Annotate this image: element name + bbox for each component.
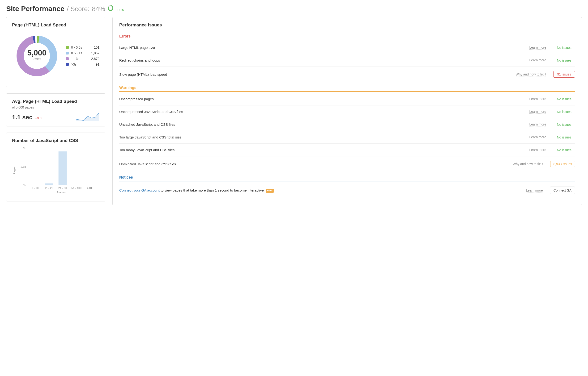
legend-swatch <box>66 63 69 66</box>
connect-ga-button[interactable]: Connect GA <box>550 187 575 194</box>
jscss-card: Number of JavaScript and CSS 0k2.5k5k 0 … <box>6 133 105 201</box>
issues-title: Performance Issues <box>119 22 575 28</box>
donut-center-label: pages <box>33 57 41 60</box>
learn-more-link[interactable]: Learn more <box>529 135 546 139</box>
jscss-bar-chart: 0k2.5k5k 0 - 1011 - 2021 - 5051 - 100>10… <box>12 146 99 195</box>
learn-more-link[interactable]: Learn more <box>529 148 546 152</box>
notice-rest: to view pages that take more than 1 seco… <box>160 188 265 192</box>
learn-more-link[interactable]: Learn more <box>529 58 546 62</box>
status-no-issues: No issues <box>553 59 575 62</box>
learn-more-link[interactable]: Learn more <box>529 110 546 114</box>
issue-name: Uncompressed pages <box>119 97 529 101</box>
errors-heading: Errors <box>119 34 575 40</box>
issue-row: Uncompressed JavaScript and CSS filesLea… <box>119 105 575 118</box>
load-speed-legend: 0 - 0.5s 101 0.5 - 1s 1,857 1 - 3s 2,872… <box>66 45 99 67</box>
bar[interactable] <box>59 151 67 185</box>
issue-name: Redirect chains and loops <box>119 58 529 62</box>
how-to-fix-link[interactable]: Why and how to fix it <box>513 162 543 166</box>
legend-row[interactable]: 0.5 - 1s 1,857 <box>66 50 99 56</box>
score-prefix: / Score: <box>67 5 89 13</box>
jscss-xlabel: Amount <box>57 191 66 194</box>
avg-load-sparkline <box>76 113 99 121</box>
xtick-label: 11 - 20 <box>45 186 53 189</box>
how-to-fix-link[interactable]: Why and how to fix it <box>516 73 546 76</box>
legend-label: 1 - 3s <box>71 57 85 61</box>
avg-load-delta: +0.05 <box>35 116 43 120</box>
load-speed-title: Page (HTML) Load Speed <box>12 22 99 28</box>
xtick-label: 21 - 50 <box>58 186 67 189</box>
issue-name: Unminified JavaScript and CSS files <box>119 162 513 166</box>
issue-row: Slow page (HTML) load speedWhy and how t… <box>119 67 575 82</box>
learn-more-link[interactable]: Learn more <box>529 122 546 126</box>
issue-name: Slow page (HTML) load speed <box>119 73 516 76</box>
issue-count-button[interactable]: 91 issues <box>553 71 575 78</box>
learn-more-link[interactable]: Learn more <box>529 45 546 50</box>
issue-name: Uncompressed JavaScript and CSS files <box>119 110 529 114</box>
legend-value: 1,857 <box>87 51 99 55</box>
legend-value: 101 <box>87 45 99 49</box>
issue-name: Too large JavaScript and CSS total size <box>119 135 529 139</box>
legend-row[interactable]: 0 - 0.5s 101 <box>66 45 99 50</box>
status-no-issues: No issues <box>553 123 575 126</box>
score-value: 84% <box>92 5 105 13</box>
issue-row: Too large JavaScript and CSS total sizeL… <box>119 131 575 144</box>
issue-row: Too many JavaScript and CSS filesLearn m… <box>119 144 575 157</box>
performance-issues-card: Performance Issues Errors Large HTML pag… <box>112 17 582 205</box>
load-speed-donut-chart: 5,000 pages <box>12 30 62 82</box>
status-no-issues: No issues <box>553 136 575 139</box>
notice-row: Connect your GA account to view pages th… <box>119 182 575 198</box>
ytick-label: 5k <box>23 147 26 150</box>
legend-label: >3s <box>71 63 85 66</box>
bar[interactable] <box>45 184 53 185</box>
issue-row: Unminified JavaScript and CSS filesWhy a… <box>119 157 575 171</box>
xtick-label: >100 <box>87 186 94 189</box>
legend-row[interactable]: >3s 91 <box>66 62 99 67</box>
score-delta: +1% <box>117 8 123 12</box>
legend-swatch <box>66 52 69 54</box>
legend-value: 91 <box>87 63 99 66</box>
avg-load-title: Avg. Page (HTML) Load Speed <box>12 99 99 104</box>
issue-name: Too many JavaScript and CSS files <box>119 148 529 152</box>
notice-learn-more-link[interactable]: Learn more <box>526 188 543 192</box>
issue-row: Uncached JavaScript and CSS filesLearn m… <box>119 118 575 131</box>
issue-row: Large HTML page sizeLearn moreNo issues <box>119 41 575 54</box>
notice-text: Connect your GA account to view pages th… <box>119 187 526 193</box>
beta-badge: BETA <box>266 189 274 193</box>
issue-row: Redirect chains and loopsLearn moreNo is… <box>119 54 575 67</box>
issue-count-button[interactable]: 8,933 issues <box>550 161 575 167</box>
legend-value: 2,872 <box>87 57 99 61</box>
xtick-label: 0 - 10 <box>32 186 39 189</box>
xtick-label: 51 - 100 <box>71 186 81 189</box>
learn-more-link[interactable]: Learn more <box>529 97 546 101</box>
avg-load-speed-card: Avg. Page (HTML) Load Speed of 5,000 pag… <box>6 94 105 126</box>
score-gauge-icon <box>108 5 114 11</box>
ytick-label: 0k <box>23 184 26 187</box>
jscss-title: Number of JavaScript and CSS <box>12 138 99 143</box>
legend-label: 0.5 - 1s <box>71 51 85 55</box>
avg-load-value: 1.1 sec <box>12 114 33 121</box>
legend-swatch <box>66 57 69 60</box>
status-no-issues: No issues <box>553 110 575 114</box>
issue-row: Uncompressed pagesLearn moreNo issues <box>119 93 575 105</box>
page-header: Site Performance / Score: 84% +1% <box>6 5 582 13</box>
status-no-issues: No issues <box>553 46 575 50</box>
status-no-issues: No issues <box>553 148 575 152</box>
donut-center-value: 5,000 <box>27 49 46 57</box>
issue-name: Large HTML page size <box>119 45 529 50</box>
ytick-label: 2.5k <box>21 165 26 168</box>
page-title: Site Performance <box>6 5 65 13</box>
issue-name: Uncached JavaScript and CSS files <box>119 122 529 126</box>
legend-row[interactable]: 1 - 3s 2,872 <box>66 56 99 62</box>
legend-label: 0 - 0.5s <box>71 45 85 49</box>
notices-heading: Notices <box>119 175 575 181</box>
warnings-heading: Warnings <box>119 86 575 92</box>
jscss-ylabel: Pages <box>13 166 16 174</box>
legend-swatch <box>66 46 69 49</box>
connect-ga-link[interactable]: Connect your GA account <box>119 188 160 192</box>
avg-load-subtitle: of 5,000 pages <box>12 105 99 109</box>
status-no-issues: No issues <box>553 97 575 101</box>
load-speed-card: Page (HTML) Load Speed 5,000 pages 0 - 0… <box>6 17 105 87</box>
